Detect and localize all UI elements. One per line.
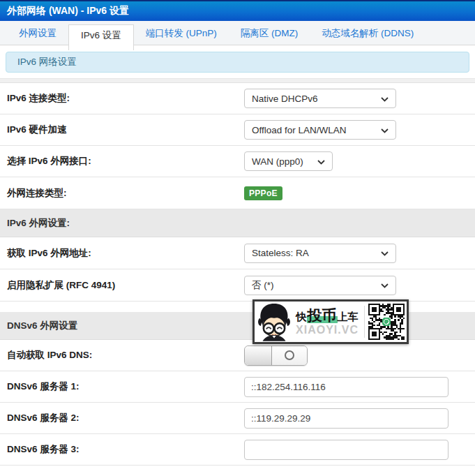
- tab-ipv6-settings[interactable]: IPv6 设置: [68, 24, 134, 50]
- hw-accel-value: Offload for LAN/WLAN: [252, 125, 347, 135]
- wan-conn-type-label: 外网连接类型:: [7, 187, 244, 200]
- watermark-highlight: 投币: [307, 307, 338, 323]
- tab-port-forwarding-upnp[interactable]: 端口转发 (UPnP): [134, 21, 229, 45]
- info-banner-text: IPv6 网络设置: [17, 56, 77, 68]
- dns3-label: DNSv6 服务器 3:: [7, 443, 244, 456]
- wan-interface-select[interactable]: WAN (ppp0): [244, 151, 333, 171]
- privacy-ext-label: 启用隐私扩展 (RFC 4941): [7, 279, 244, 292]
- tab-ddns[interactable]: 动态域名解析 (DDNS): [310, 21, 425, 45]
- wan-ipv6-settings-page: 外部网络 (WAN) - IPv6 设置 外网设置 IPv6 设置 端口转发 (…: [0, 0, 475, 476]
- chevron-down-icon: [381, 94, 389, 104]
- wan-interface-label: 选择 IPv6 外网接口:: [7, 155, 244, 168]
- pppoe-status-badge: PPPoE: [244, 186, 282, 200]
- info-banner: IPv6 网络设置: [6, 52, 469, 73]
- section-divider: [0, 78, 475, 83]
- toggle-off-indicator: [272, 346, 307, 365]
- row-addr-mode: 获取 IPv6 外网地址: Stateless: RA: [0, 237, 475, 269]
- row-dns3: DNSv6 服务器 3:: [0, 434, 475, 466]
- banner-section: IPv6 网络设置: [0, 45, 475, 78]
- watermark-suffix: 上车: [338, 311, 359, 322]
- row-connection-type: IPv6 连接类型: Native DHCPv6: [0, 83, 475, 114]
- toggle-off-icon: [285, 350, 294, 360]
- row-wan-conn-type: 外网连接类型: PPPoE: [0, 177, 475, 209]
- qr-code-icon: [368, 304, 405, 340]
- connection-type-select[interactable]: Native DHCPv6: [244, 89, 396, 108]
- hw-accel-select[interactable]: Offload for LAN/WLAN: [244, 120, 396, 140]
- watermark-text: 快投币上车 XIAOYI.VC: [292, 307, 362, 337]
- dns2-label: DNSv6 服务器 2:: [7, 412, 244, 424]
- auto-dns-label: 自动获取 IPv6 DNS:: [7, 349, 244, 362]
- wan-interface-value: WAN (ppp0): [252, 156, 303, 167]
- privacy-ext-select[interactable]: 否 (*): [244, 276, 396, 295]
- section-dnsv6-title: DNSv6 外网设置: [7, 320, 77, 332]
- addr-mode-value: Stateless: RA: [252, 248, 309, 258]
- dns3-input[interactable]: [244, 440, 448, 460]
- tab-wan-settings[interactable]: 外网设置: [7, 21, 68, 45]
- chevron-down-icon: [381, 248, 389, 258]
- privacy-ext-value: 否 (*): [252, 279, 274, 292]
- section-ipv6-wan: IPv6 外网设置:: [0, 209, 475, 237]
- row-hw-accel: IPv6 硬件加速 Offload for LAN/WLAN: [0, 114, 475, 146]
- section-ipv6-wan-title: IPv6 外网设置:: [7, 217, 70, 230]
- row-dns2: DNSv6 服务器 2:: [0, 403, 475, 434]
- connection-type-value: Native DHCPv6: [252, 94, 318, 104]
- row-auto-dns: 自动获取 IPv6 DNS:: [0, 340, 475, 371]
- addr-mode-label: 获取 IPv6 外网地址:: [7, 247, 244, 260]
- row-privacy-ext: 启用隐私扩展 (RFC 4941) 否 (*): [0, 269, 475, 302]
- watermark-site: XIAOYI.VC: [292, 324, 362, 336]
- tab-dmz[interactable]: 隔离区 (DMZ): [229, 21, 310, 45]
- chevron-down-icon: [317, 156, 325, 167]
- watermark: 快投币上车 XIAOYI.VC: [252, 299, 409, 344]
- chevron-down-icon: [381, 125, 389, 135]
- tab-bar: 外网设置 IPv6 设置 端口转发 (UPnP) 隔离区 (DMZ) 动态域名解…: [0, 21, 475, 45]
- dns2-input[interactable]: [244, 408, 448, 429]
- watermark-separator: [364, 306, 365, 338]
- page-title: 外部网络 (WAN) - IPv6 设置: [7, 5, 129, 17]
- auto-dns-toggle[interactable]: [244, 345, 308, 366]
- watermark-prefix: 快: [296, 311, 307, 322]
- addr-mode-select[interactable]: Stateless: RA: [244, 244, 396, 263]
- toggle-knob: [245, 346, 272, 365]
- dns1-input[interactable]: [244, 377, 448, 397]
- hw-accel-label: IPv6 硬件加速: [7, 124, 244, 136]
- row-dns1: DNSv6 服务器 1:: [0, 371, 475, 403]
- avatar: [256, 302, 292, 341]
- connection-type-label: IPv6 连接类型:: [7, 92, 244, 105]
- dns1-label: DNSv6 服务器 1:: [7, 380, 244, 393]
- row-wan-interface: 选择 IPv6 外网接口: WAN (ppp0): [0, 146, 475, 177]
- page-title-bar: 外部网络 (WAN) - IPv6 设置: [0, 0, 475, 21]
- chevron-down-icon: [381, 280, 389, 290]
